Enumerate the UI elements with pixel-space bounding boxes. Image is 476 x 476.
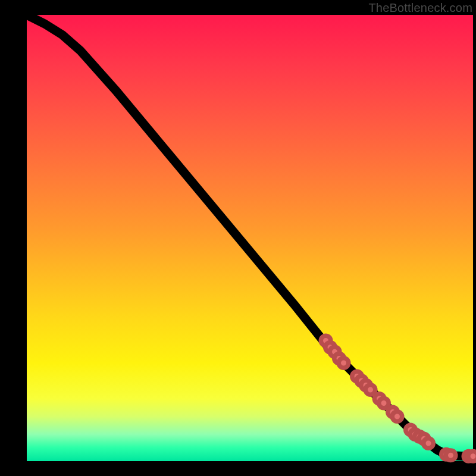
chart-svg bbox=[27, 15, 473, 461]
data-point bbox=[392, 412, 402, 422]
plot-area bbox=[27, 15, 473, 461]
watermark-text: TheBottleneck.com bbox=[368, 1, 472, 15]
chart-frame: TheBottleneck.com bbox=[0, 0, 476, 476]
data-point bbox=[339, 358, 349, 368]
scatter-group bbox=[321, 336, 476, 461]
data-point bbox=[365, 385, 375, 395]
data-point bbox=[424, 439, 434, 449]
curve-path bbox=[27, 15, 473, 456]
data-point bbox=[468, 452, 476, 462]
data-point bbox=[379, 398, 389, 408]
data-point bbox=[446, 450, 456, 460]
